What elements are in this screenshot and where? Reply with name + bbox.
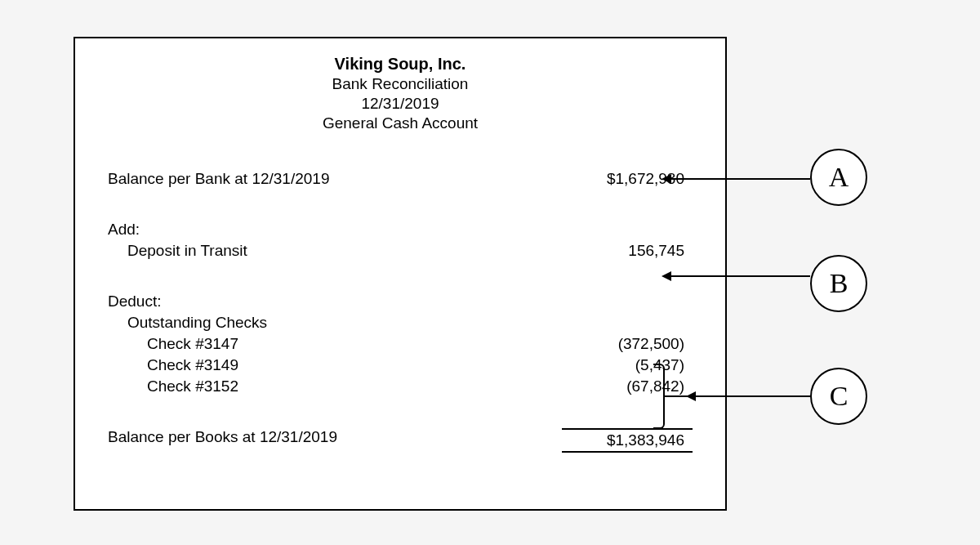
connector-line [671,178,810,180]
callout-b: B [810,255,867,312]
check-3152-label: Check #3152 [108,377,562,395]
deduct-label-line: Deduct: [108,293,693,310]
check-3147-amount: (372,500) [562,335,693,353]
balance-bank-label: Balance per Bank at 12/31/2019 [108,170,562,188]
deposit-transit-label: Deposit in Transit [108,242,562,260]
balance-books-label: Balance per Books at 12/31/2019 [108,428,562,453]
balance-books-amount: $1,383,946 [562,428,693,453]
account-name: General Cash Account [173,114,627,132]
check-3149-line: Check #3149 (5,437) [108,356,693,374]
add-label-line: Add: [108,221,693,239]
check-3152-line: Check #3152 (67,842) [108,377,693,395]
check-3147-label: Check #3147 [108,335,562,353]
deduct-label: Deduct: [108,293,562,310]
check-3149-amount: (5,437) [562,356,693,374]
header-block: Viking Soup, Inc. Bank Reconciliation 12… [173,55,627,132]
statement-date: 12/31/2019 [173,95,627,113]
balance-bank-line: Balance per Bank at 12/31/2019 $1,672,98… [108,170,693,188]
check-3147-line: Check #3147 (372,500) [108,335,693,353]
arrow-head-icon [662,271,671,281]
connector-line [671,275,810,277]
connector-line [665,395,810,397]
check-3152-amount: (67,842) [562,377,693,395]
callout-a: A [810,149,867,206]
statement-type: Bank Reconciliation [173,75,627,93]
document-frame: Viking Soup, Inc. Bank Reconciliation 12… [74,37,727,511]
check-3149-label: Check #3149 [108,356,562,374]
outstanding-checks-label: Outstanding Checks [108,314,562,332]
deposit-transit-amount: 156,745 [562,242,693,260]
arrow-head-icon [662,174,671,184]
callout-c: C [810,368,867,425]
add-label: Add: [108,221,562,239]
deposit-transit-line: Deposit in Transit 156,745 [108,242,693,260]
outstanding-checks-line: Outstanding Checks [108,314,693,332]
company-name: Viking Soup, Inc. [173,55,627,74]
balance-books-line: Balance per Books at 12/31/2019 $1,383,9… [108,428,693,453]
brace-icon [653,364,665,429]
